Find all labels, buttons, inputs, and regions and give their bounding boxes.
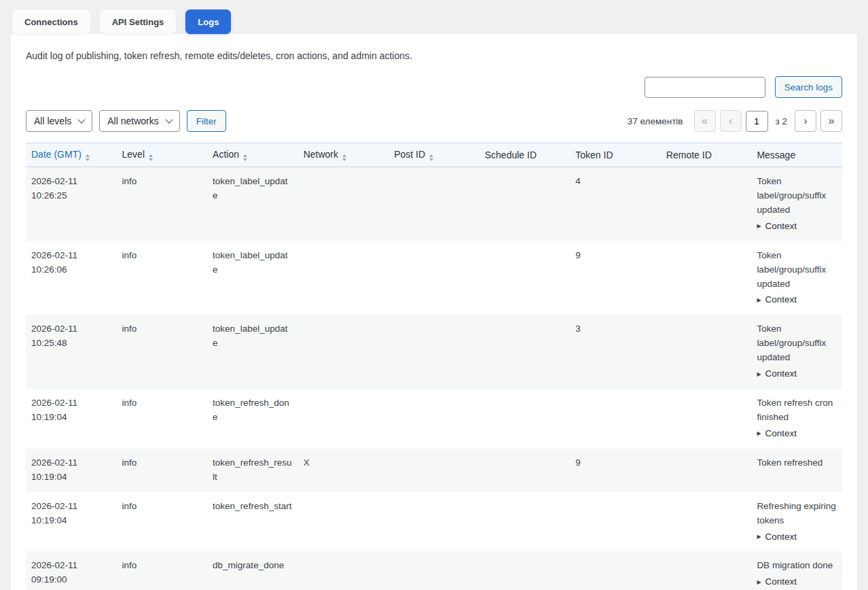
cell-network xyxy=(298,551,389,590)
cell-message: Token label/group/suffix updated▶Context xyxy=(751,315,842,389)
context-toggle[interactable]: ▶Context xyxy=(757,575,837,589)
cell-date: 2026-02-11 10:19:04 xyxy=(26,449,117,492)
chevron-down-icon xyxy=(165,116,173,123)
current-page-input[interactable] xyxy=(746,111,768,132)
triangle-right-icon: ▶ xyxy=(757,224,761,229)
cell-message: Token refreshed xyxy=(751,449,842,492)
cell-network xyxy=(298,492,389,552)
cell-level: info xyxy=(117,551,208,590)
column-header-label: Schedule ID xyxy=(485,150,537,160)
context-toggle[interactable]: ▶Context xyxy=(757,293,837,307)
cell-network xyxy=(298,315,389,389)
cell-action: token_refresh_done xyxy=(207,389,298,449)
next-page-button[interactable]: › xyxy=(795,110,816,132)
column-header-date-gmt[interactable]: Date (GMT) xyxy=(26,143,117,167)
cell-schedule-id xyxy=(480,389,571,449)
search-logs-button[interactable]: Search logs xyxy=(775,76,842,98)
column-header-remote-id: Remote ID xyxy=(661,143,752,167)
sort-arrows-icon xyxy=(342,154,346,161)
cell-date: 2026-02-11 10:26:06 xyxy=(26,241,117,315)
search-input[interactable] xyxy=(645,77,765,98)
log-row: 2026-02-11 10:19:04infotoken_refresh_don… xyxy=(26,389,842,449)
context-toggle[interactable]: ▶Context xyxy=(757,367,837,381)
cell-token-id xyxy=(570,551,661,590)
column-header-network[interactable]: Network xyxy=(298,143,389,167)
logs-panel: Audit log of publishing, token refresh, … xyxy=(11,34,857,590)
column-header-level[interactable]: Level xyxy=(117,143,208,167)
level-select[interactable]: All levels xyxy=(26,110,92,132)
cell-message: Token label/group/suffix updated▶Context xyxy=(751,167,842,241)
cell-token-id: 9 xyxy=(570,449,661,492)
cell-token-id: 3 xyxy=(570,315,661,389)
cell-network: X xyxy=(298,449,389,492)
context-toggle-label: Context xyxy=(765,427,797,441)
log-message-text: Token label/group/suffix updated xyxy=(757,175,837,218)
chevron-down-icon xyxy=(78,116,86,123)
tab-api-settings[interactable]: API Settings xyxy=(100,10,177,34)
cell-network xyxy=(298,241,389,315)
context-toggle-label: Context xyxy=(765,530,797,544)
cell-token-id xyxy=(570,492,661,552)
level-select-value: All levels xyxy=(34,116,71,126)
log-message-text: Token refreshed xyxy=(757,456,837,470)
cell-network xyxy=(298,167,389,241)
cell-action: token_refresh_result xyxy=(207,449,298,492)
cell-action: db_migrate_done xyxy=(207,551,298,590)
cell-schedule-id xyxy=(480,315,571,389)
cell-level: info xyxy=(117,389,208,449)
cell-schedule-id xyxy=(480,551,571,590)
context-toggle-label: Context xyxy=(765,575,797,589)
cell-post-id xyxy=(388,167,480,241)
audit-log-description: Audit log of publishing, token refresh, … xyxy=(26,50,842,61)
sort-arrows-icon xyxy=(149,154,153,161)
context-toggle[interactable]: ▶Context xyxy=(757,427,837,441)
tab-connections[interactable]: Connections xyxy=(12,10,90,34)
cell-level: info xyxy=(117,315,208,389)
cell-level: info xyxy=(117,241,208,315)
total-pages: з 2 xyxy=(776,116,787,126)
log-message-text: Token refresh cron finished xyxy=(757,396,837,425)
context-toggle[interactable]: ▶Context xyxy=(757,530,837,544)
log-row: 2026-02-11 10:25:48infotoken_label_updat… xyxy=(26,315,842,389)
column-header-post-id[interactable]: Post ID xyxy=(388,143,480,167)
column-header-label: Date (GMT) xyxy=(31,149,82,160)
column-header-label: Remote ID xyxy=(666,150,712,160)
triangle-right-icon: ▶ xyxy=(757,534,761,540)
tab-logs[interactable]: Logs xyxy=(185,10,231,34)
context-toggle-label: Context xyxy=(765,220,797,234)
context-toggle-label: Context xyxy=(765,367,797,381)
cell-remote-id xyxy=(661,492,752,552)
cell-date: 2026-02-11 09:19:00 xyxy=(26,551,117,590)
column-header-action[interactable]: Action xyxy=(207,143,298,167)
cell-action: token_label_update xyxy=(207,167,298,241)
cell-remote-id xyxy=(661,551,752,590)
cell-remote-id xyxy=(661,389,752,449)
column-header-message: Message xyxy=(751,143,842,167)
filter-button[interactable]: Filter xyxy=(187,110,226,132)
cell-schedule-id xyxy=(480,241,571,315)
cell-date: 2026-02-11 10:25:48 xyxy=(26,315,117,389)
triangle-right-icon: ▶ xyxy=(757,298,761,303)
context-toggle[interactable]: ▶Context xyxy=(757,220,837,234)
cell-date: 2026-02-11 10:19:04 xyxy=(26,492,117,552)
last-page-button[interactable]: » xyxy=(820,110,842,132)
triangle-right-icon: ▶ xyxy=(757,372,761,377)
column-header-schedule-id: Schedule ID xyxy=(480,143,571,167)
cell-message: DB migration done▶Context xyxy=(751,551,842,590)
cell-token-id xyxy=(570,389,661,449)
sort-arrows-icon xyxy=(86,154,90,161)
column-header-token-id: Token ID xyxy=(570,143,661,167)
table-body: 2026-02-11 10:26:25infotoken_label_updat… xyxy=(26,167,842,590)
cell-post-id xyxy=(388,551,480,590)
network-select[interactable]: All networks xyxy=(99,110,179,132)
log-message-text: Token label/group/suffix updated xyxy=(757,322,837,365)
first-page-button: « xyxy=(694,110,716,132)
log-row: 2026-02-11 10:19:04infotoken_refresh_res… xyxy=(26,449,842,492)
column-header-label: Message xyxy=(757,150,795,160)
cell-token-id: 9 xyxy=(570,241,661,315)
column-header-label: Network xyxy=(304,149,338,160)
search-row: Search logs xyxy=(26,76,842,98)
column-header-label: Token ID xyxy=(575,150,613,160)
network-select-value: All networks xyxy=(107,116,158,126)
cell-post-id xyxy=(388,389,480,449)
